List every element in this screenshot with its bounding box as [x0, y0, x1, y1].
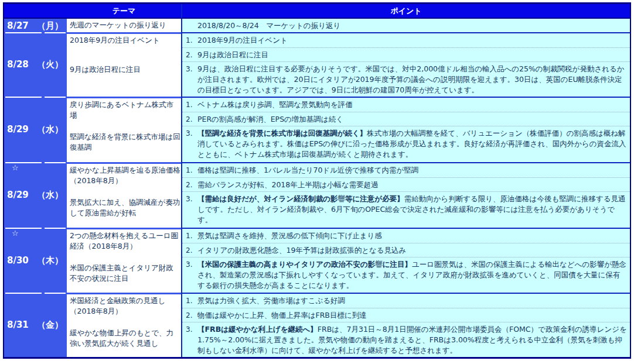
theme-text: 戻り歩調にあるベトナム株式市場 [70, 99, 180, 121]
point-item: 2018/8/20～8/24 マーケットの振り返り [182, 19, 630, 32]
theme-text: 2018年9月の注目イベント [70, 35, 180, 46]
point-number: 1. [183, 35, 197, 46]
point-text: 物価は緩やかに上昇、物価上昇率はFRB目標に到達 [197, 310, 627, 321]
point-text: 【堅調な経済を背景に株式市場は回復基調が続く】株式市場の大幅調整を経て、バリュエ… [197, 128, 627, 160]
point-number: 3. [183, 64, 197, 95]
points-cell: 1. 2018年9月の注目イベント 2. 9月は政治日程に注目 3. 9月は、政… [181, 32, 630, 97]
theme-text: 景気拡大に加え、協調減産が奏功して原油需給が好転 [70, 197, 180, 218]
weekday-label: （水） [37, 190, 63, 200]
date-label: 8/30 [7, 255, 29, 266]
star-icon: ☆ [12, 229, 19, 237]
point-number: 2. [183, 114, 197, 125]
star-icon: ☆ [12, 164, 19, 171]
header-points-col: ポイント [181, 4, 630, 19]
theme-text: 2つの懸念材料を抱えるユーロ圏経済（2018年8月） [70, 231, 180, 252]
theme-cell: 米国経済と金融政策の見通し（2018年8月） 緩やかな物価上昇のもとで、力強い景… [67, 293, 181, 357]
point-item: 2. 9月は政治日程に注目 [182, 47, 630, 61]
theme-cell: 2つの懸念材料を抱えるユーロ圏経済（2018年8月） 米国の保護主義とイタリア財… [67, 228, 181, 293]
point-text: 2018年9月の注目イベント [197, 35, 627, 46]
point-highlight: 【FRBは緩やかな利上げを継続へ】 [197, 325, 318, 334]
point-number: 2. [183, 50, 197, 60]
point-text: 9月は政治日程に注目 [197, 50, 627, 60]
theme-cell: 先週のマーケットの振り返り [67, 19, 181, 32]
weekday-label: （月） [37, 20, 63, 31]
point-text: ベトナム株は戻り歩調、堅調な景気動向を評価 [197, 99, 627, 110]
point-text: 2018/8/20～8/24 マーケットの振り返り [197, 20, 627, 31]
point-number: 2. [183, 180, 197, 190]
theme-text: 緩やかな物価上昇のもとで、力強い景気拡大が続く見通し [70, 328, 180, 349]
points-cell: 1. ベトナム株は戻り歩調、堅調な景気動向を評価 2. PERの割高感が解消、E… [181, 97, 630, 162]
theme-text: 先週のマーケットの振り返り [70, 20, 180, 30]
point-number: 3. [183, 324, 197, 356]
point-item: 3. 【FRBは緩やかな利上げを継続へ】FRBは、7月31日～8月1日開催の米連… [182, 322, 630, 357]
date-line: 8/28 （火） [4, 59, 67, 70]
date-line: 8/27 （月） [4, 20, 67, 31]
weekday-label: （木） [37, 255, 63, 266]
date-cell: 8/29 （水） [4, 97, 67, 162]
date-label: 8/31 [7, 320, 29, 330]
point-body: 9月は、政治日程に注目する必要がありそうです。米国では、対中2,000億ドル相当… [197, 64, 625, 94]
market-theme-schedule: テーマ ポイント 8/27 （月） 先週のマーケットの振り返り 2018/8/2… [0, 0, 634, 364]
date-cell: 8/27 （月） [4, 19, 67, 32]
points-cell: 1. 価格は堅調に推移、1バレル当たり70ドル近傍で推移て内需が堅調 2. 需給… [181, 162, 630, 228]
theme-text: 9月は政治日程に注目 [70, 64, 180, 75]
header-points-label: ポイント [390, 6, 421, 16]
point-number: 1. [183, 296, 197, 306]
point-text: 景気は力強く拡大、労働市場はすこぶる好調 [197, 296, 627, 306]
date-cell: 8/31 （金） [4, 293, 67, 357]
theme-text: 米国経済と金融政策の見通し（2018年8月） [70, 296, 180, 317]
point-text: 景気は堅調さを維持、景況感の低下傾向に下げ止まり感 [197, 231, 627, 241]
point-text: PERの割高感が解消、EPSの増加基調は続く [197, 114, 627, 125]
date-line: 8/29 （水） [4, 190, 67, 200]
point-number: 2. [183, 245, 197, 256]
date-line: 8/29 （水） [4, 124, 67, 135]
point-text: 【需給は良好だが、対イラン経済制裁の影響等に注意が必要】需給動向から判断する限り… [197, 194, 627, 225]
theme-text: 米国の保護主義とイタリア財政不安の状況に注目 [70, 263, 180, 284]
cell-divider [5, 97, 66, 98]
date-line: 8/30 （木） [4, 255, 67, 266]
point-number: 1. [183, 99, 197, 110]
point-number: 2. [183, 310, 197, 321]
point-number: 3. [183, 194, 197, 225]
point-item: 1. 景気は堅調さを維持、景況感の低下傾向に下げ止まり感 [182, 229, 630, 242]
point-item: 3. 【米国の保護主義の高まりやイタリアの政治不安の影響に注目】ユーロ圏景気は、… [182, 257, 630, 292]
weekday-label: （金） [37, 320, 63, 330]
point-item: 3. 【堅調な経済を背景に株式市場は回復基調が続く】株式市場の大幅調整を経て、バ… [182, 126, 630, 161]
point-item: 2. PERの割高感が解消、EPSの増加基調は続く [182, 112, 630, 126]
weekday-label: （火） [37, 59, 63, 70]
point-item: 2. 需給バランスが好転、2018年上半期は小幅な需要超過 [182, 177, 630, 191]
points-cell: 1. 景気は堅調さを維持、景況感の低下傾向に下げ止まり感 2. イタリアの財政悪… [181, 228, 630, 293]
point-number: 3. [183, 128, 197, 160]
point-highlight: 【堅調な経済を背景に株式市場は回復基調が続く】 [197, 129, 367, 138]
theme-text: 堅調な経済を背景に株式市場は回復基調 [70, 132, 180, 153]
date-line: 8/31 （金） [4, 320, 67, 330]
point-number: 1. [183, 165, 197, 176]
date-cell: ☆ 8/30 （木） [4, 228, 67, 293]
points-cell: 1. 景気は力強く拡大、労働市場はすこぶる好調 2. 物価は緩やかに上昇、物価上… [181, 293, 630, 357]
point-text: 9月は、政治日程に注目する必要がありそうです。米国では、対中2,000億ドル相当… [197, 64, 627, 95]
point-number: 1. [183, 231, 197, 241]
point-text: 【FRBは緩やかな利上げを継続へ】FRBは、7月31日～8月1日開催の米連邦公開… [197, 324, 627, 356]
date-label: 8/27 [7, 20, 29, 31]
cell-divider [5, 293, 66, 294]
weekday-label: （水） [37, 124, 63, 135]
point-text: 価格は堅調に推移、1バレル当たり70ドル近傍で推移て内需が堅調 [197, 165, 627, 176]
point-text: イタリアの財政悪化懸念、19年予算は財政拡張的となる見込み [197, 245, 627, 256]
point-item: 3. 9月は、政治日程に注目する必要がありそうです。米国では、対中2,000億ド… [182, 61, 630, 97]
theme-cell: 戻り歩調にあるベトナム株式市場 堅調な経済を背景に株式市場は回復基調 [67, 97, 181, 162]
point-item: 1. ベトナム株は戻り歩調、堅調な景気動向を評価 [182, 98, 630, 111]
point-text: 【米国の保護主義の高まりやイタリアの政治不安の影響に注目】ユーロ圏景気は、米国の… [197, 259, 627, 291]
point-item: 1. 2018年9月の注目イベント [182, 33, 630, 47]
points-cell: 2018/8/20～8/24 マーケットの振り返り [181, 19, 630, 32]
theme-cell: 2018年9月の注目イベント 9月は政治日程に注目 [67, 32, 181, 97]
theme-cell: 緩やかな上昇基調を辿る原油価格（2018年8月） 景気拡大に加え、協調減産が奏功… [67, 162, 181, 228]
header-theme-label: テーマ [113, 6, 136, 16]
date-cell: 8/28 （火） [4, 32, 67, 97]
cell-divider [5, 32, 66, 33]
header-date-col [4, 4, 67, 19]
point-highlight: 【需給は良好だが、対イラン経済制裁の影響等に注意が必要】 [197, 194, 404, 203]
date-label: 8/29 [7, 190, 29, 200]
point-text: 需給バランスが好転、2018年上半期は小幅な需要超過 [197, 180, 627, 190]
point-item: 1. 景気は力強く拡大、労働市場はすこぶる好調 [182, 294, 630, 307]
point-item: 1. 価格は堅調に推移、1バレル当たり70ドル近傍で推移て内需が堅調 [182, 163, 630, 177]
